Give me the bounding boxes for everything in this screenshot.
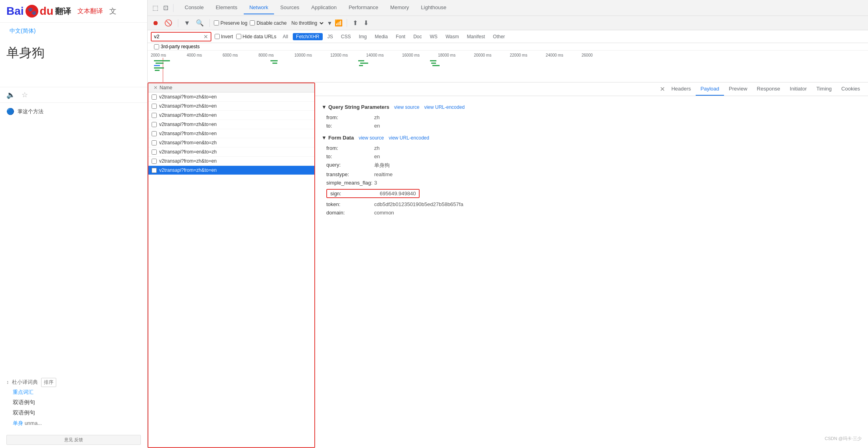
device-icon[interactable]: ⊡ <box>162 2 170 13</box>
item-5-checkbox[interactable] <box>152 140 157 145</box>
form-param-0-key: from <box>326 145 374 151</box>
form-view-url-encoded-link[interactable]: view URL-encoded <box>389 135 429 141</box>
form-param-4-val: 3 <box>374 180 377 186</box>
detail-tab-response[interactable]: Response <box>752 83 785 96</box>
sign-key: sign <box>330 191 378 196</box>
clear-button[interactable]: 🚫 <box>163 18 174 28</box>
type-btn-all[interactable]: All <box>280 33 291 40</box>
keyword-link[interactable]: 重点词汇 <box>6 387 141 397</box>
network-item-6[interactable]: v2transapi?from=en&to=zh <box>148 147 314 157</box>
form-param-4: simple_means_flag 3 <box>322 179 862 187</box>
throttle-select[interactable]: No throttling <box>289 19 325 27</box>
type-btn-ws[interactable]: WS <box>427 33 441 40</box>
item-1-checkbox[interactable] <box>152 104 157 109</box>
preserve-log-checkbox[interactable] <box>214 20 219 26</box>
devtools-tab-bar: ⬚ ⊡ Console Elements Network Sources App… <box>148 0 868 16</box>
item-7-checkbox[interactable] <box>152 159 157 164</box>
third-party-checkbox[interactable] <box>154 44 159 49</box>
cursor-icon[interactable]: ⬚ <box>151 2 160 13</box>
preserve-log-label[interactable]: Preserve log <box>214 20 247 26</box>
network-item-7[interactable]: v2transapi?from=zh&to=en <box>148 157 314 166</box>
item-3-checkbox[interactable] <box>152 122 157 127</box>
filter-clear-icon[interactable]: ✕ <box>203 33 208 40</box>
timeline-label-6: 14000 ms <box>366 53 402 57</box>
feedback-button[interactable]: 意见 反馈 <box>6 435 141 445</box>
tab-console[interactable]: Console <box>179 1 209 14</box>
item-0-checkbox[interactable] <box>152 94 157 100</box>
baidu-nav-text[interactable]: 文本翻译 <box>77 7 103 16</box>
network-item-4[interactable]: v2transapi?from=zh&to=en <box>148 129 314 138</box>
upload-icon-btn[interactable]: ⬆ <box>351 18 359 28</box>
item-3-name: v2transapi?from=zh&to=en <box>159 122 311 127</box>
detail-tab-initiator[interactable]: Initiator <box>785 83 812 96</box>
search-button[interactable]: 🔍 <box>194 18 205 28</box>
type-btn-media[interactable]: Media <box>371 33 391 40</box>
query-param-1-val: en <box>374 123 380 129</box>
type-btn-fetchxhr[interactable]: Fetch/XHR <box>293 33 323 40</box>
network-item-2[interactable]: v2transapi?from=zh&to=en <box>148 111 314 120</box>
tab-application[interactable]: Application <box>306 1 342 14</box>
volume-icon[interactable]: 🔈 <box>6 90 15 99</box>
type-btn-img[interactable]: Img <box>355 33 370 40</box>
sort-button[interactable]: 排序 <box>41 378 56 387</box>
tl-bar-12 <box>431 63 436 64</box>
detail-close-btn[interactable]: ✕ <box>658 84 667 94</box>
item-2-checkbox[interactable] <box>152 113 157 118</box>
download-icon-btn[interactable]: ⬇ <box>362 18 370 28</box>
tab-network[interactable]: Network <box>244 1 274 14</box>
query-view-source-link[interactable]: view source <box>394 104 419 110</box>
result-icon: 🔵 <box>6 108 14 115</box>
detail-tab-headers[interactable]: Headers <box>667 83 696 96</box>
item-4-checkbox[interactable] <box>152 131 157 136</box>
detail-tab-preview[interactable]: Preview <box>724 83 752 96</box>
translate-text-icon[interactable]: 文 <box>109 6 116 16</box>
timeline-label-0: 2000 ms <box>151 53 187 57</box>
hide-data-urls-checkbox[interactable] <box>236 34 241 39</box>
network-item-8[interactable]: v2transapi?from=zh&to=en <box>148 166 314 175</box>
form-view-source-link[interactable]: view source <box>359 135 384 141</box>
detail-tab-cookies[interactable]: Cookies <box>836 83 865 96</box>
filter-button[interactable]: ▼ <box>182 18 192 28</box>
baidu-logo: Bai 🐾 du 翻译 <box>6 5 71 18</box>
network-item-5[interactable]: v2transapi?from=en&to=zh <box>148 138 314 147</box>
network-item-1[interactable]: v2transapi?from=zh&to=en <box>148 102 314 111</box>
hide-data-urls-label[interactable]: Hide data URLs <box>236 34 276 39</box>
detail-tab-payload[interactable]: Payload <box>696 83 724 96</box>
tab-elements[interactable]: Elements <box>210 1 243 14</box>
tab-memory[interactable]: Memory <box>385 1 414 14</box>
query-view-url-encoded-link[interactable]: view URL-encoded <box>424 104 464 110</box>
form-data-title: ▼ Form Data <box>322 135 354 141</box>
invert-label[interactable]: Invert <box>215 34 233 39</box>
form-param-6: token cdb5df2b012350190b5ed27b58b657fa <box>322 200 862 208</box>
item-8-checkbox[interactable] <box>152 168 157 173</box>
lang-chinese-btn[interactable]: 中文(简体) <box>6 26 39 36</box>
item-2-name: v2transapi?from=zh&to=en <box>159 112 311 118</box>
record-button[interactable]: ⏺ <box>151 18 160 28</box>
tab-sources[interactable]: Sources <box>275 1 305 14</box>
invert-checkbox[interactable] <box>215 34 220 39</box>
type-btn-js[interactable]: JS <box>324 33 336 40</box>
type-btn-wasm[interactable]: Wasm <box>442 33 462 40</box>
tab-performance[interactable]: Performance <box>343 1 384 14</box>
disable-cache-checkbox[interactable] <box>250 20 255 26</box>
type-btn-other[interactable]: Other <box>490 33 508 40</box>
detail-tab-timing[interactable]: Timing <box>812 83 837 96</box>
third-party-filter[interactable]: 3rd-party requests <box>148 43 868 51</box>
tl-bar-9 <box>360 63 368 64</box>
query-param-0-key: from <box>326 114 374 120</box>
type-btn-doc[interactable]: Doc <box>410 33 425 40</box>
star-icon[interactable]: ☆ <box>22 90 28 99</box>
tab-lighthouse[interactable]: Lighthouse <box>415 1 452 14</box>
filter-input[interactable] <box>154 33 202 39</box>
type-btn-manifest[interactable]: Manifest <box>464 33 488 40</box>
query-param-0-val: zh <box>374 114 380 120</box>
type-btn-css[interactable]: CSS <box>338 33 354 40</box>
form-param-2-key: query <box>326 162 374 169</box>
list-header-close[interactable]: ✕ <box>152 85 160 90</box>
network-item-0[interactable]: v2transapi?from=zh&to=en <box>148 92 314 102</box>
type-btn-font[interactable]: Font <box>393 33 408 40</box>
network-item-3[interactable]: v2transapi?from=zh&to=en <box>148 120 314 129</box>
disable-cache-label[interactable]: Disable cache <box>250 20 286 26</box>
item-6-checkbox[interactable] <box>152 149 157 155</box>
result-header: 🔵 掌这个方法 <box>6 108 141 115</box>
